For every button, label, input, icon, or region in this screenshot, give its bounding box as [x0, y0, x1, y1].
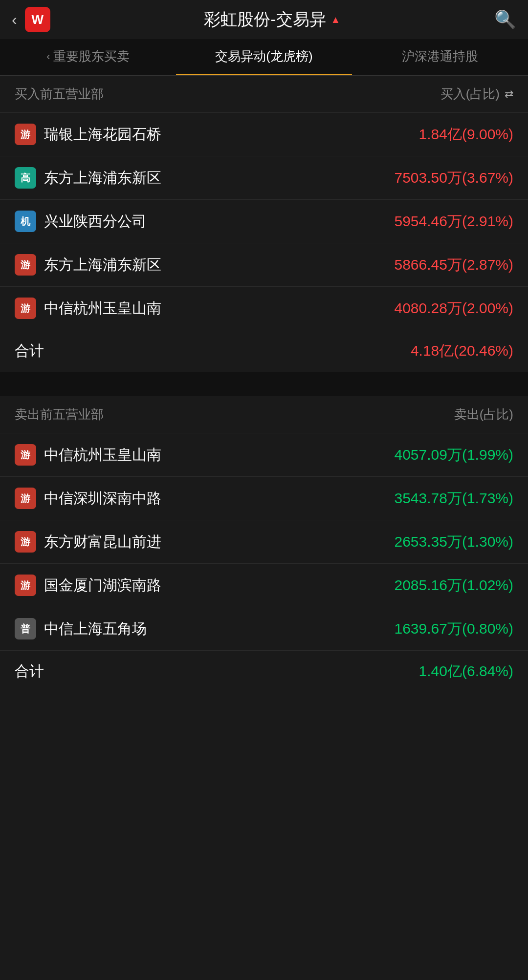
sort-icon[interactable]: ⇄ [505, 88, 513, 101]
broker-name: 东方财富昆山前进 [44, 532, 395, 552]
sell-value: 3543.78万(1.73%) [395, 489, 514, 509]
sell-section-header: 卖出前五营业部 卖出(占比) [0, 396, 528, 433]
buy-total-label: 合计 [15, 341, 411, 361]
tab-bar: ‹ 重要股东买卖 交易异动(龙虎榜) 沪深港通持股 [0, 39, 528, 76]
buy-header-right: 买入(占比) [440, 85, 500, 103]
table-row[interactable]: 高 东方上海浦东新区 7503.50万(3.67%) [0, 156, 528, 200]
sell-value: 1639.67万(0.80%) [395, 619, 514, 639]
buy-value: 7503.50万(3.67%) [395, 168, 514, 188]
broker-badge: 游 [15, 298, 36, 319]
tab-chevron-icon: ‹ [46, 50, 50, 63]
broker-badge: 游 [15, 531, 36, 553]
table-row[interactable]: 游 国金厦门湖滨南路 2085.16万(1.02%) [0, 564, 528, 607]
app-header: ‹ W 彩虹股份-交易异 ▲ 🔍 [0, 0, 528, 39]
sell-total-value: 1.40亿(6.84%) [419, 661, 513, 682]
buy-header-left: 买入前五营业部 [15, 85, 440, 103]
broker-badge: 游 [15, 254, 36, 276]
tab-trading-anomaly[interactable]: 交易异动(龙虎榜) [176, 39, 352, 75]
buy-total-row: 合计 4.18亿(20.46%) [0, 330, 528, 372]
broker-name: 中信杭州玉皇山南 [44, 445, 395, 465]
buy-section-header: 买入前五营业部 买入(占比) ⇄ [0, 76, 528, 112]
buy-total-value: 4.18亿(20.46%) [411, 341, 513, 361]
buy-value: 5866.45万(2.87%) [395, 255, 514, 275]
broker-name: 瑞银上海花园石桥 [44, 125, 419, 145]
broker-name: 东方上海浦东新区 [44, 255, 395, 275]
table-row[interactable]: 游 中信杭州玉皇山南 4080.28万(2.00%) [0, 287, 528, 330]
broker-badge: 游 [15, 444, 36, 466]
table-row[interactable]: 普 中信上海五角场 1639.67万(0.80%) [0, 607, 528, 650]
table-row[interactable]: 机 兴业陕西分公司 5954.46万(2.91%) [0, 200, 528, 243]
tab-important-shareholders[interactable]: ‹ 重要股东买卖 [0, 39, 176, 75]
broker-name: 东方上海浦东新区 [44, 168, 395, 188]
section-divider [0, 372, 528, 396]
broker-badge: 普 [15, 618, 36, 639]
broker-badge: 游 [15, 488, 36, 509]
title-arrow: ▲ [331, 14, 341, 25]
buy-value: 1.84亿(9.00%) [419, 125, 513, 145]
sell-header-right: 卖出(占比) [454, 406, 513, 423]
w-badge: W [25, 7, 50, 32]
broker-badge: 游 [15, 575, 36, 596]
broker-badge: 机 [15, 211, 36, 232]
buy-table: 游 瑞银上海花园石桥 1.84亿(9.00%) 高 东方上海浦东新区 7503.… [0, 113, 528, 330]
buy-value: 5954.46万(2.91%) [395, 212, 514, 232]
buy-value: 4080.28万(2.00%) [395, 298, 514, 319]
broker-name: 中信深圳深南中路 [44, 489, 395, 509]
sell-total-row: 合计 1.40亿(6.84%) [0, 650, 528, 692]
broker-name: 兴业陕西分公司 [44, 212, 395, 232]
broker-name: 中信上海五角场 [44, 619, 395, 639]
broker-badge: 高 [15, 167, 36, 189]
table-row[interactable]: 游 东方财富昆山前进 2653.35万(1.30%) [0, 520, 528, 564]
title-text: 彩虹股份-交易异 [204, 8, 326, 31]
search-button[interactable]: 🔍 [494, 9, 516, 30]
table-row[interactable]: 游 中信深圳深南中路 3543.78万(1.73%) [0, 477, 528, 520]
page-title: 彩虹股份-交易异 ▲ [204, 8, 340, 31]
header-left: ‹ W [12, 7, 50, 32]
tab-hk-connect[interactable]: 沪深港通持股 [352, 39, 528, 75]
sell-table: 游 中信杭州玉皇山南 4057.09万(1.99%) 游 中信深圳深南中路 35… [0, 433, 528, 650]
table-row[interactable]: 游 瑞银上海花园石桥 1.84亿(9.00%) [0, 113, 528, 156]
table-row[interactable]: 游 东方上海浦东新区 5866.45万(2.87%) [0, 243, 528, 287]
broker-badge: 游 [15, 124, 36, 145]
tab-important-label: 重要股东买卖 [53, 48, 130, 65]
tab-hk-label: 沪深港通持股 [402, 49, 478, 64]
sell-value: 2653.35万(1.30%) [395, 532, 514, 552]
broker-name: 国金厦门湖滨南路 [44, 575, 395, 596]
sell-value: 2085.16万(1.02%) [395, 575, 514, 596]
sell-total-label: 合计 [15, 661, 419, 682]
back-button[interactable]: ‹ [12, 11, 17, 29]
broker-name: 中信杭州玉皇山南 [44, 298, 395, 319]
sell-header-left: 卖出前五营业部 [15, 406, 454, 423]
tab-trading-label: 交易异动(龙虎榜) [215, 49, 312, 64]
table-row[interactable]: 游 中信杭州玉皇山南 4057.09万(1.99%) [0, 433, 528, 477]
sell-value: 4057.09万(1.99%) [395, 445, 514, 465]
